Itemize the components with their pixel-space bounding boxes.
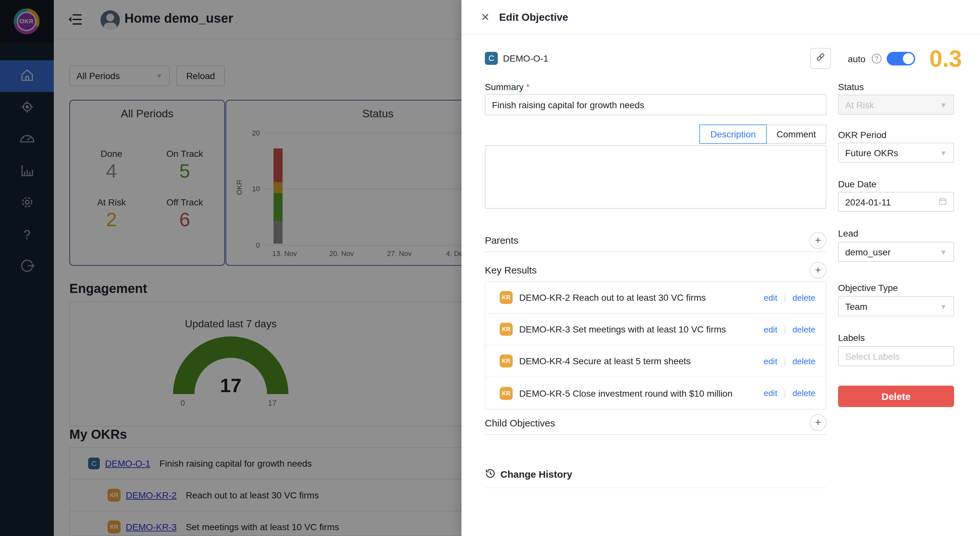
calendar-icon bbox=[939, 197, 947, 207]
delete-link[interactable]: delete bbox=[792, 293, 815, 302]
status-field-label: Status bbox=[838, 82, 864, 92]
key-result-row: KR DEMO-KR-4 Secure at least 5 term shee… bbox=[485, 345, 826, 377]
edit-link[interactable]: edit bbox=[764, 324, 777, 334]
okr-period-select[interactable]: Future OKRs ▼ bbox=[838, 143, 954, 163]
labels-input[interactable]: Select Labels bbox=[838, 346, 954, 366]
summary-input[interactable] bbox=[485, 94, 826, 115]
okr-period-value: Future OKRs bbox=[845, 148, 898, 158]
key-results-heading: Key Results bbox=[485, 264, 537, 275]
auto-toggle[interactable] bbox=[887, 52, 915, 65]
due-date-label: Due Date bbox=[838, 179, 876, 189]
key-result-row: KR DEMO-KR-5 Close investment round with… bbox=[485, 377, 826, 409]
change-history-heading[interactable]: Change History bbox=[500, 469, 572, 480]
auto-label: auto bbox=[848, 54, 865, 64]
key-result-text: DEMO-KR-2 Reach out to at least 30 VC fi… bbox=[519, 292, 706, 303]
lead-label: Lead bbox=[838, 228, 858, 239]
drawer-title: Edit Objective bbox=[499, 12, 568, 23]
edit-objective-drawer: ✕ Edit Objective C DEMO-O-1 auto ? 0.3 S… bbox=[461, 0, 980, 536]
key-results-list: KR DEMO-KR-2 Reach out to at least 30 VC… bbox=[485, 281, 826, 410]
key-result-text: DEMO-KR-3 Set meetings with at least 10 … bbox=[519, 324, 726, 334]
due-date-input[interactable]: 2024-01-11 bbox=[838, 192, 954, 212]
action-separator: | bbox=[784, 356, 786, 366]
tab-comment[interactable]: Comment bbox=[766, 124, 826, 144]
history-icon bbox=[485, 468, 498, 482]
description-textarea[interactable] bbox=[485, 145, 826, 209]
tab-description[interactable]: Description bbox=[699, 124, 767, 144]
objective-id: DEMO-O-1 bbox=[503, 53, 548, 64]
chevron-down-icon: ▼ bbox=[940, 302, 947, 310]
action-separator: | bbox=[784, 324, 786, 334]
lead-value: demo_user bbox=[845, 247, 891, 257]
add-parent-button[interactable]: + bbox=[810, 232, 826, 249]
drawer-mask[interactable] bbox=[0, 0, 461, 536]
due-date-value: 2024-01-11 bbox=[845, 197, 891, 207]
add-key-result-button[interactable]: + bbox=[810, 262, 826, 279]
link-icon bbox=[815, 52, 826, 65]
edit-link[interactable]: edit bbox=[764, 388, 777, 398]
objective-type-label: Objective Type bbox=[838, 283, 898, 293]
divider bbox=[485, 251, 826, 252]
key-result-row: KR DEMO-KR-3 Set meetings with at least … bbox=[485, 314, 826, 345]
lead-select[interactable]: demo_user ▼ bbox=[838, 242, 954, 262]
delete-link[interactable]: delete bbox=[792, 356, 815, 366]
objective-type-value: Team bbox=[845, 301, 867, 312]
divider bbox=[485, 487, 826, 488]
edit-link[interactable]: edit bbox=[764, 293, 777, 302]
key-result-row: KR DEMO-KR-2 Reach out to at least 30 VC… bbox=[485, 282, 826, 314]
action-separator: | bbox=[784, 293, 786, 302]
close-icon[interactable]: ✕ bbox=[481, 11, 490, 24]
chevron-down-icon: ▼ bbox=[940, 149, 947, 156]
child-objectives-heading: Child Objectives bbox=[485, 417, 555, 428]
objective-badge: C bbox=[485, 52, 498, 65]
required-mark: * bbox=[526, 82, 530, 92]
objective-score: 0.3 bbox=[929, 45, 962, 73]
action-separator: | bbox=[784, 388, 786, 398]
labels-placeholder: Select Labels bbox=[845, 351, 900, 361]
toggle-knob bbox=[903, 53, 914, 64]
delete-objective-button[interactable]: Delete bbox=[838, 386, 954, 407]
parents-heading: Parents bbox=[485, 235, 518, 246]
add-child-objective-button[interactable]: + bbox=[810, 414, 826, 431]
labels-label: Labels bbox=[838, 332, 865, 343]
help-icon[interactable]: ? bbox=[872, 54, 881, 64]
copy-link-button[interactable] bbox=[810, 48, 831, 69]
kr-badge: KR bbox=[500, 355, 513, 367]
chevron-down-icon: ▼ bbox=[940, 248, 947, 256]
delete-link[interactable]: delete bbox=[792, 324, 815, 334]
summary-label: Summary * bbox=[485, 82, 530, 92]
drawer-header: ✕ Edit Objective bbox=[461, 0, 980, 35]
key-result-text: DEMO-KR-5 Close investment round with $1… bbox=[519, 388, 732, 398]
status-select-value: At Risk bbox=[845, 100, 874, 110]
edit-link[interactable]: edit bbox=[764, 356, 777, 366]
key-result-text: DEMO-KR-4 Secure at least 5 term sheets bbox=[519, 356, 690, 366]
status-select[interactable]: At Risk ▼ bbox=[838, 95, 954, 115]
okr-period-label: OKR Period bbox=[838, 130, 886, 140]
delete-link[interactable]: delete bbox=[792, 388, 815, 398]
chevron-down-icon: ▼ bbox=[940, 101, 947, 108]
divider bbox=[485, 434, 826, 435]
summary-label-text: Summary bbox=[485, 82, 524, 92]
kr-badge: KR bbox=[500, 323, 513, 336]
kr-badge: KR bbox=[500, 291, 513, 304]
app-root: OKR ? bbox=[0, 0, 980, 536]
objective-type-select[interactable]: Team ▼ bbox=[838, 296, 954, 316]
kr-badge: KR bbox=[500, 386, 513, 399]
